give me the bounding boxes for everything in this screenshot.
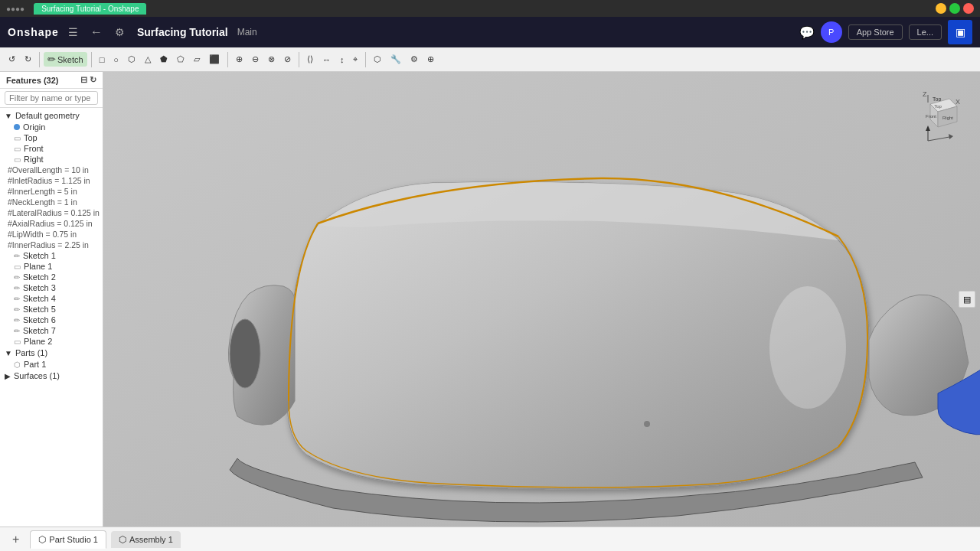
plane2-label: Plane 2 [24,337,52,346]
tree-item-plane2[interactable]: ▭ Plane 2 [0,336,103,347]
back-btn[interactable]: ← [87,24,106,41]
tree-item-sketch2[interactable]: ✏ Sketch 2 [0,272,103,282]
header-right: 💬 P App Store Le... ▣ [799,20,972,44]
plane-btn[interactable]: ⊖ [248,53,263,66]
param-lateral-radius[interactable]: #LateralRadius = 0.125 in [0,207,103,218]
tree-item-sketch6[interactable]: ✏ Sketch 6 [0,315,103,325]
axis-btn[interactable]: ⊗ [264,53,279,66]
poly-btn[interactable]: ⬡ [124,53,139,66]
tree-item-part1[interactable]: ⬡ Part 1 [0,359,103,370]
fillet-btn[interactable]: ▱ [190,53,204,66]
plane2-icon: ▭ [14,337,21,346]
param-axial-radius[interactable]: #AxialRadius = 0.125 in [0,218,103,229]
parts-header[interactable]: ▼ Parts (1) [0,347,103,359]
maximize-btn[interactable] [949,3,960,14]
render-btn[interactable]: ⬡ [370,53,385,66]
viewport-tool-1[interactable]: ▤ [959,291,975,308]
top-tab-1[interactable]: Surfacing Tutorial - Onshape [34,3,146,15]
revolve-btn[interactable]: ⬟ [156,53,172,66]
new-btn[interactable]: □ [96,54,109,66]
app-store-btn[interactable]: App Store [848,24,903,40]
system-bar-bg: ●●●● [6,5,24,13]
settings-toolbar-btn[interactable]: ⚙ [407,53,422,66]
param-inlet-radius[interactable]: #InletRadius = 1.125 in [0,175,103,186]
param-inner-length[interactable]: #InnerLength = 5 in [0,186,103,197]
param-overall-length[interactable]: #OverallLength = 10 in [0,165,103,175]
measure-icon: ⟨⟩ [307,54,313,64]
tree-item-sketch4[interactable]: ✏ Sketch 4 [0,293,103,304]
chamfer-btn[interactable]: ⬛ [205,53,224,66]
user-avatar[interactable]: P [821,21,842,43]
param-neck-length[interactable]: #NeckLength = 1 in [0,197,103,207]
poly-icon: ⬡ [128,54,136,64]
render-icon: ⬡ [374,54,381,64]
filter-icon[interactable]: ⊟ [80,75,87,85]
svg-line-10 [928,137,949,141]
redo-btn[interactable]: ↻ [21,53,35,66]
tree-item-origin[interactable]: Origin [0,122,103,132]
settings-toolbar-icon: ⚙ [410,54,418,64]
nav-cube[interactable]: Z Top Top Front Right X [911,87,965,141]
undo-btn[interactable]: ↺ [5,53,19,66]
mate-icon: ⊕ [236,54,243,64]
tree-item-plane1[interactable]: ▭ Plane 1 [0,261,103,272]
default-geometry-label: Default geometry [15,111,80,120]
sketch-btn[interactable]: ✏ Sketch [44,52,87,67]
extrude-btn[interactable]: △ [141,53,155,66]
part1-label: Part 1 [24,360,46,369]
section-btn[interactable]: ↕ [336,54,348,66]
measure-btn[interactable]: ⟨⟩ [303,53,317,66]
circle-btn[interactable]: ○ [109,54,122,66]
tool1-icon: ▤ [963,295,971,305]
sketch6-label: Sketch 6 [23,315,56,324]
surfaces-header[interactable]: ▶ Surfaces (1) [0,370,103,382]
features-header-icons: ⊟ ↻ [80,75,96,85]
toolbar-sep-2 [91,52,92,67]
minimize-btn[interactable] [936,3,946,14]
features-label: Features (32) [6,76,58,85]
assembly-label: Assembly 1 [129,535,173,544]
toolbar-sep-3 [227,52,228,67]
svg-text:X: X [956,98,960,106]
sketch2-label: Sketch 2 [23,272,56,282]
mate-btn[interactable]: ⊕ [232,53,247,66]
surfaces-arrow: ▶ [5,372,11,380]
tree-item-sketch7[interactable]: ✏ Sketch 7 [0,325,103,336]
right-icon: ▭ [14,155,21,164]
param-inner-radius[interactable]: #InnerRadius = 2.25 in [0,240,103,250]
tree-item-sketch5[interactable]: ✏ Sketch 5 [0,304,103,315]
tree-item-top[interactable]: ▭ Top [0,132,103,143]
tree-item-sketch1[interactable]: ✏ Sketch 1 [0,250,103,261]
settings-icon[interactable]: ⚙ [112,24,128,40]
front-label: Front [24,144,44,153]
menu-icon[interactable]: ☰ [65,24,81,40]
view-btn[interactable]: ⌖ [349,53,361,66]
learn-btn[interactable]: Le... [909,24,942,40]
onshape-logo[interactable]: Onshape [8,26,59,38]
viewport[interactable]: Z Top Top Front Right X [103,72,980,527]
tree-item-sketch3[interactable]: ✏ Sketch 3 [0,282,103,293]
param-lip-width[interactable]: #LipWidth = 0.75 in [0,229,103,240]
sketch6-icon: ✏ [14,316,20,324]
point-btn[interactable]: ⊘ [280,53,295,66]
search-input[interactable] [5,91,98,105]
close-btn[interactable] [963,3,974,14]
simulate-btn[interactable]: 🔧 [387,53,405,66]
tree-item-right[interactable]: ▭ Right [0,154,103,165]
chat-icon[interactable]: 💬 [799,25,815,40]
add-toolbar-btn[interactable]: ⊕ [423,53,438,66]
sketch4-icon: ✏ [14,295,20,303]
parts-label: Parts (1) [15,348,47,357]
point-icon: ⊘ [284,54,291,64]
add-tab-btn[interactable]: + [6,530,25,549]
shell-btn[interactable]: ⬠ [173,53,188,66]
viewport-tools: ▤ [959,291,975,308]
dim-btn[interactable]: ↔ [318,54,335,66]
refresh-icon[interactable]: ↻ [90,75,96,85]
part-studio-tab[interactable]: ⬡ Part Studio 1 [30,530,106,549]
default-geometry-header[interactable]: ▼ Default geometry [0,109,103,122]
tree-item-front[interactable]: ▭ Front [0,143,103,154]
assembly-tab[interactable]: ⬡ Assembly 1 [111,531,181,548]
user-menu-btn[interactable]: ▣ [948,20,972,44]
dim-icon: ↔ [322,55,331,64]
